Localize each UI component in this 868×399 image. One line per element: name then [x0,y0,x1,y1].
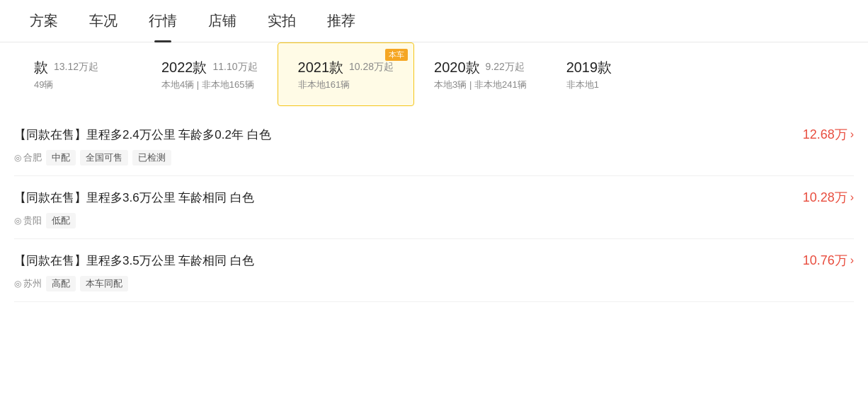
year-tab-2[interactable]: 本车2021款10.28万起非本地161辆 [278,42,415,106]
listing-item-1[interactable]: 【同款在售】里程多3.6万公里 车龄相同 白色10.28万›◎贵阳低配 [14,176,854,239]
year-count: 非本地1 [566,79,654,91]
location-pin-icon-2: ◎ [14,279,21,289]
listing-tags-0: ◎合肥中配全国可售已检测 [14,150,854,166]
tag-location-2: ◎苏州 [14,277,42,290]
year-text: 2021款 [298,58,344,77]
listing-price-2: 10.76万› [803,252,854,269]
year-price: 13.12万起 [54,61,98,74]
year-tab-3[interactable]: 2020款9.22万起本地3辆 | 非本地241辆 [414,42,547,106]
year-label: 款13.12万起 [34,58,122,77]
nav-item-行情[interactable]: 行情 [133,0,193,42]
tag-0-2: 已检测 [132,150,171,166]
year-price: 10.28万起 [349,61,394,74]
price-text-2: 10.76万 [803,252,847,269]
nav-item-车况[interactable]: 车况 [74,0,133,42]
year-label: 2022款11.10万起 [161,58,258,77]
listing-price-0: 12.68万› [803,126,854,143]
listing-price-1: 10.28万› [803,189,854,206]
tag-0-0: 中配 [46,150,76,166]
tag-location-0: ◎合肥 [14,151,42,164]
listing-title-0: 【同款在售】里程多2.4万公里 车龄多0.2年 白色 [14,127,271,143]
nav-bar: 方案车况行情店铺实拍推荐 [0,0,868,42]
year-price: 11.10万起 [213,61,258,74]
year-tab-0[interactable]: 款13.12万起49辆 [14,42,142,106]
year-count: 本地4辆 | 非本地165辆 [161,79,258,91]
year-count: 49辆 [34,79,122,91]
listings-container: 【同款在售】里程多2.4万公里 车龄多0.2年 白色12.68万›◎合肥中配全国… [0,113,868,302]
tag-1-0: 低配 [46,213,76,229]
location-pin-icon-1: ◎ [14,216,21,226]
year-count: 本地3辆 | 非本地241辆 [434,79,527,91]
price-text-1: 10.28万 [803,189,847,206]
year-text: 2019款 [566,58,612,77]
tag-location-1: ◎贵阳 [14,214,42,227]
listing-top-1: 【同款在售】里程多3.6万公里 车龄相同 白色10.28万› [14,189,854,206]
tag-2-1: 本车同配 [80,276,128,291]
nav-item-推荐[interactable]: 推荐 [312,0,371,42]
location-text-2: 苏州 [23,277,42,290]
year-text: 款 [34,58,48,77]
year-count: 非本地161辆 [298,79,394,91]
location-pin-icon-0: ◎ [14,153,21,163]
listing-top-2: 【同款在售】里程多3.5万公里 车龄相同 白色10.76万› [14,252,854,269]
year-text: 2020款 [434,58,480,77]
nav-item-店铺[interactable]: 店铺 [193,0,252,42]
chevron-right-icon-0: › [850,128,854,141]
chevron-right-icon-2: › [850,254,854,267]
location-text-0: 合肥 [23,151,42,164]
listing-title-1: 【同款在售】里程多3.6万公里 车龄相同 白色 [14,190,254,206]
listing-item-2[interactable]: 【同款在售】里程多3.5万公里 车龄相同 白色10.76万›◎苏州高配本车同配 [14,239,854,302]
nav-item-方案[interactable]: 方案 [14,0,74,42]
year-tabs: 款13.12万起49辆2022款11.10万起本地4辆 | 非本地165辆本车2… [0,42,868,106]
tag-2-0: 高配 [46,276,76,291]
tag-0-1: 全国可售 [80,150,128,166]
listing-tags-2: ◎苏州高配本车同配 [14,276,854,291]
listing-tags-1: ◎贵阳低配 [14,213,854,229]
price-text-0: 12.68万 [803,126,847,143]
ben-che-badge: 本车 [385,49,408,61]
year-tab-1[interactable]: 2022款11.10万起本地4辆 | 非本地165辆 [142,42,278,106]
year-label: 2020款9.22万起 [434,58,527,77]
listing-title-2: 【同款在售】里程多3.5万公里 车龄相同 白色 [14,253,254,269]
nav-item-实拍[interactable]: 实拍 [252,0,312,42]
year-label: 2019款 [566,58,654,77]
year-tab-4[interactable]: 2019款非本地1 [547,42,674,106]
location-text-1: 贵阳 [23,214,42,227]
listing-top-0: 【同款在售】里程多2.4万公里 车龄多0.2年 白色12.68万› [14,126,854,143]
chevron-right-icon-1: › [850,191,854,204]
year-label: 2021款10.28万起 [298,58,394,77]
year-price: 9.22万起 [486,61,525,74]
year-text: 2022款 [161,58,207,77]
listing-item-0[interactable]: 【同款在售】里程多2.4万公里 车龄多0.2年 白色12.68万›◎合肥中配全国… [14,113,854,176]
